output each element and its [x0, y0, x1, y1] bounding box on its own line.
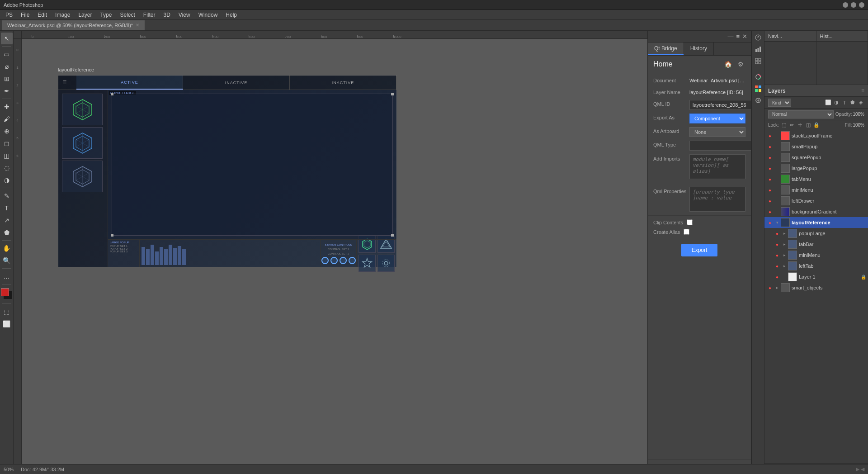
- layer-item-tabMenu[interactable]: ● tabMenu: [764, 174, 868, 185]
- layer-item-squarePopup[interactable]: ● squarePopup: [764, 152, 868, 163]
- tool-move[interactable]: ↖: [1, 33, 13, 44]
- blend-mode-select[interactable]: Normal Multiply Screen: [768, 110, 834, 118]
- qml-id-input[interactable]: [689, 100, 751, 110]
- layer-item-tabBar[interactable]: ● ▸ tabBar: [764, 239, 868, 250]
- artwork-tab-active[interactable]: ACTIVE: [76, 76, 183, 90]
- tool-extra[interactable]: …: [1, 270, 13, 282]
- expand-squarePopup[interactable]: [774, 155, 780, 160]
- visibility-leftTab[interactable]: ●: [774, 262, 781, 270]
- tool-crop[interactable]: ⊞: [1, 73, 13, 85]
- filter-smart-icon[interactable]: ◈: [857, 99, 864, 106]
- tool-mask-mode[interactable]: ⬚: [1, 306, 13, 318]
- expand-backgroundGradient[interactable]: [774, 209, 780, 214]
- menu-image[interactable]: Image: [52, 11, 74, 19]
- swatches-icon[interactable]: [753, 84, 763, 94]
- restore-button[interactable]: [851, 2, 856, 8]
- tool-blur[interactable]: ◌: [1, 162, 13, 174]
- visibility-tabMenu[interactable]: ●: [766, 175, 774, 183]
- menu-select[interactable]: Select: [116, 11, 138, 19]
- lock-artboard-icon[interactable]: ◫: [805, 122, 811, 128]
- expand-smallPopup[interactable]: [774, 144, 780, 149]
- doc-tab-main[interactable]: Webinar_Artwork.psd @ 50% (layoutReferen…: [2, 20, 145, 30]
- history-tab[interactable]: History: [684, 43, 714, 55]
- tool-zoom[interactable]: 🔍: [1, 255, 13, 266]
- create-alias-checkbox[interactable]: [684, 229, 689, 235]
- qml-properties-textarea[interactable]: [689, 187, 745, 212]
- layer-item-largePopup[interactable]: ● largePopup: [764, 163, 868, 174]
- foreground-color[interactable]: [1, 288, 9, 296]
- expand-tabBar[interactable]: ▸: [782, 242, 787, 247]
- expand-tabMenu[interactable]: [774, 176, 780, 182]
- lock-transparent-icon[interactable]: ⬚: [781, 122, 787, 128]
- artwork-tab-inactive-1[interactable]: INACTIVE: [183, 76, 290, 90]
- visibility-miniMenu[interactable]: ●: [766, 186, 774, 194]
- minimize-button[interactable]: [843, 2, 848, 8]
- filter-type-icon[interactable]: T: [841, 99, 848, 106]
- visibility-layoutReference[interactable]: ●: [766, 219, 774, 226]
- visibility-smart-objects[interactable]: ●: [766, 284, 774, 291]
- tool-dodge[interactable]: ◑: [1, 174, 13, 186]
- grid-view-icon[interactable]: [753, 56, 763, 66]
- layer-item-leftDrawer[interactable]: ● leftDrawer: [764, 195, 868, 206]
- panel-menu-btn[interactable]: ≡: [736, 33, 740, 39]
- layer-item-smallPopup[interactable]: ● smallPopup: [764, 141, 868, 152]
- tool-eraser[interactable]: ◻: [1, 137, 13, 149]
- expand-leftDrawer[interactable]: [774, 198, 780, 204]
- artwork-canvas[interactable]: ≡ ACTIVE INACTIVE INACTIVE: [58, 75, 397, 267]
- adjustment-icon[interactable]: [753, 95, 763, 105]
- visibility-leftDrawer[interactable]: ●: [766, 197, 774, 204]
- export-button[interactable]: Export: [681, 244, 717, 256]
- icon-cell-star[interactable]: [359, 255, 376, 272]
- layer-item-layer1[interactable]: ● Layer 1 🔒: [764, 271, 868, 282]
- tool-lasso[interactable]: ⌀: [1, 61, 13, 72]
- qt-settings-icon[interactable]: ⚙: [736, 59, 745, 69]
- expand-stackLayoutFrame[interactable]: [774, 133, 780, 138]
- artwork-thumb-1[interactable]: [62, 94, 103, 125]
- visibility-stackLayoutFrame[interactable]: ●: [766, 132, 774, 139]
- layers-menu-btn[interactable]: ≡: [861, 88, 864, 94]
- tool-gradient[interactable]: ◫: [1, 150, 13, 161]
- menu-layer[interactable]: Layer: [75, 11, 95, 19]
- layer-item-backgroundGradient[interactable]: ● backgroundGradient: [764, 206, 868, 217]
- menu-window[interactable]: Window: [195, 11, 222, 19]
- tool-marquee[interactable]: ▭: [1, 48, 13, 60]
- tool-shape[interactable]: ⬟: [1, 227, 13, 238]
- layer-item-miniMenu[interactable]: ● miniMenu: [764, 185, 868, 195]
- visibility-smallPopup[interactable]: ●: [766, 143, 774, 150]
- filter-adjust-icon[interactable]: ◑: [833, 99, 840, 106]
- expand-smart-objects[interactable]: ▸: [774, 285, 780, 290]
- color-panel-icon[interactable]: [753, 72, 763, 82]
- as-artboard-select[interactable]: None: [689, 127, 745, 137]
- menu-ps[interactable]: PS: [2, 11, 16, 19]
- menu-file[interactable]: File: [17, 11, 33, 19]
- artwork-tab-inactive-2[interactable]: INACTIVE: [290, 76, 396, 90]
- dial-1[interactable]: [321, 257, 329, 264]
- expand-popupLarge[interactable]: ▸: [782, 231, 787, 236]
- artwork-thumb-2[interactable]: [62, 127, 103, 159]
- clip-contents-checkbox[interactable]: [687, 219, 693, 225]
- tool-eyedropper[interactable]: ✒: [1, 85, 13, 97]
- visibility-popupLarge[interactable]: ●: [774, 230, 781, 237]
- expand-miniMenu[interactable]: [774, 187, 780, 193]
- tool-type[interactable]: T: [1, 202, 13, 214]
- layer-item-smart-objects[interactable]: ● ▸ smart_objects: [764, 282, 868, 293]
- navigator-icon[interactable]: [753, 33, 763, 43]
- close-button[interactable]: [859, 2, 864, 8]
- tool-spot-healing[interactable]: ✚: [1, 101, 13, 113]
- menu-filter[interactable]: Filter: [140, 11, 159, 19]
- tool-brush[interactable]: 🖌: [1, 113, 13, 125]
- tool-pen[interactable]: ✎: [1, 190, 13, 202]
- layer-item-popupLarge[interactable]: ● ▸ popupLarge: [764, 228, 868, 239]
- dial-3[interactable]: [340, 257, 347, 264]
- artwork-menu-icon[interactable]: ≡: [63, 78, 66, 85]
- tool-screen-mode[interactable]: ⬜: [1, 318, 13, 330]
- visibility-miniMenu-sub[interactable]: ●: [774, 251, 781, 259]
- tool-hand[interactable]: ✋: [1, 242, 13, 254]
- layers-kind-select[interactable]: Kind: [768, 99, 791, 107]
- qt-home-icon[interactable]: 🏠: [723, 59, 733, 69]
- tool-path-selection[interactable]: ↗: [1, 214, 13, 226]
- visibility-layer1[interactable]: ●: [774, 273, 781, 280]
- menu-view[interactable]: View: [175, 11, 194, 19]
- menu-help[interactable]: Help: [222, 11, 241, 19]
- visibility-squarePopup[interactable]: ●: [766, 154, 774, 161]
